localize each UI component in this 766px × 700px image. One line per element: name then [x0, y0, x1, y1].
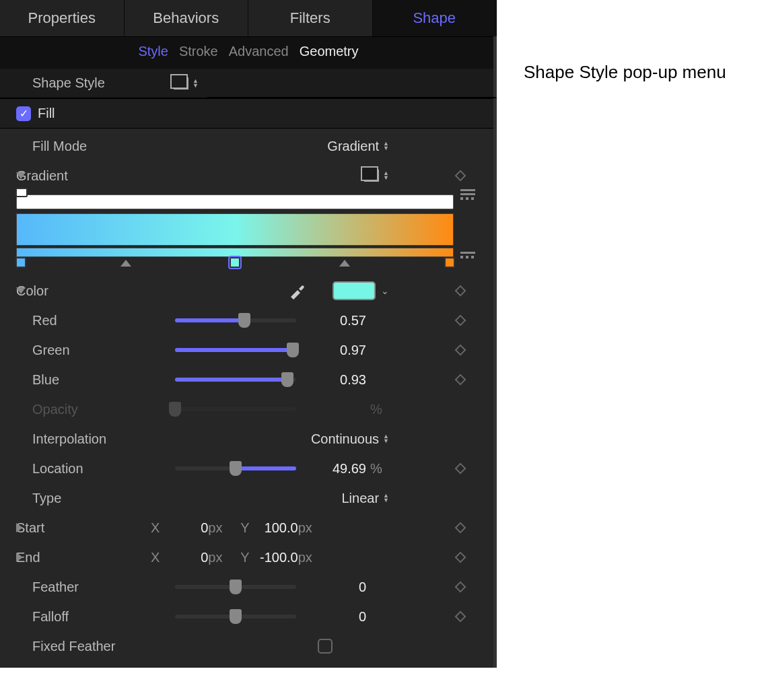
interpolation-popup[interactable]: Continuous ▲▼	[311, 431, 389, 447]
location-label: Location	[32, 461, 167, 477]
fill-title: Fill	[38, 106, 55, 121]
subtab-advanced[interactable]: Advanced	[229, 44, 289, 59]
opacity-unit: %	[370, 402, 389, 417]
type-value: Linear	[341, 491, 379, 506]
subtab-style[interactable]: Style	[138, 44, 168, 59]
tab-properties[interactable]: Properties	[0, 0, 125, 36]
opacity-stop[interactable]	[15, 188, 28, 197]
px-unit: px	[208, 550, 227, 565]
green-slider[interactable]	[175, 348, 296, 352]
feather-slider[interactable]	[175, 585, 296, 589]
end-row: End X 0 px Y -100.0 px	[0, 542, 497, 572]
disclosure-triangle-icon[interactable]	[16, 172, 26, 179]
red-slider[interactable]	[175, 318, 296, 322]
annotation-label: Shape Style pop-up menu	[497, 0, 726, 83]
chevron-down-icon[interactable]: ⌄	[381, 285, 389, 296]
fill-mode-value: Gradient	[327, 139, 379, 154]
gradient-preset-popup[interactable]: ▲▼	[364, 170, 389, 182]
color-stop[interactable]	[444, 257, 455, 268]
feather-value[interactable]: 0	[296, 580, 370, 595]
type-label: Type	[32, 491, 167, 506]
updown-icon: ▲▼	[193, 79, 199, 88]
color-stop[interactable]	[15, 257, 26, 268]
green-label: Green	[32, 343, 167, 358]
fill-section-header: ✓ Fill	[0, 98, 497, 129]
subtab-geometry[interactable]: Geometry	[300, 44, 359, 59]
tab-behaviors[interactable]: Behaviors	[125, 0, 249, 36]
type-row: Type Linear ▲▼	[0, 483, 497, 513]
tab-filters[interactable]: Filters	[248, 0, 373, 36]
inspector-tabs: Properties Behaviors Filters Shape	[0, 0, 497, 37]
updown-icon: ▲▼	[383, 493, 389, 503]
disclosure-triangle-icon[interactable]	[16, 287, 26, 294]
color-label: Color	[16, 283, 151, 299]
location-slider[interactable]	[175, 466, 296, 470]
gradient-edge-strip	[16, 248, 454, 257]
blue-value[interactable]: 0.93	[296, 372, 370, 388]
start-label: Start	[16, 520, 151, 536]
fixed-feather-checkbox[interactable]	[318, 639, 333, 654]
color-stop[interactable]	[230, 257, 240, 268]
color-row: Color ⌄	[0, 276, 497, 306]
gradient-opacity-strip[interactable]	[16, 195, 454, 209]
distribute-color-icon[interactable]	[460, 252, 475, 264]
shape-subtabs: Style Stroke Advanced Geometry	[0, 37, 497, 69]
red-value[interactable]: 0.57	[296, 313, 370, 328]
location-value[interactable]: 49.69	[296, 461, 370, 477]
y-label: Y	[240, 550, 249, 565]
feather-label: Feather	[32, 580, 167, 595]
x-label: X	[151, 520, 160, 536]
updown-icon: ▲▼	[383, 141, 389, 151]
location-unit: %	[370, 461, 389, 477]
disclosure-triangle-icon[interactable]	[16, 523, 23, 532]
gradient-row: Gradient ▲▼	[0, 161, 497, 190]
tab-shape[interactable]: Shape	[373, 0, 497, 36]
fill-mode-popup[interactable]: Gradient ▲▼	[327, 139, 389, 154]
end-label: End	[16, 550, 151, 565]
green-row: Green 0.97	[0, 335, 497, 365]
start-row: Start X 0 px Y 100.0 px	[0, 513, 497, 542]
location-row: Location 49.69 %	[0, 454, 497, 483]
blue-label: Blue	[32, 372, 167, 388]
type-popup[interactable]: Linear ▲▼	[341, 491, 389, 506]
subtab-stroke[interactable]: Stroke	[179, 44, 218, 59]
blue-row: Blue 0.93	[0, 365, 497, 394]
opacity-slider	[175, 407, 296, 411]
updown-icon: ▲▼	[383, 171, 389, 180]
gradient-stops	[16, 257, 454, 269]
falloff-slider[interactable]	[175, 615, 296, 619]
fill-mode-row: Fill Mode Gradient ▲▼	[0, 131, 497, 161]
green-value[interactable]: 0.97	[296, 343, 370, 358]
px-unit: px	[208, 520, 227, 536]
fill-mode-label: Fill Mode	[32, 139, 167, 154]
midpoint-handle[interactable]	[339, 260, 350, 267]
distribute-opacity-icon[interactable]	[460, 189, 475, 201]
start-x-value[interactable]: 0	[168, 520, 208, 536]
falloff-row: Falloff 0	[0, 602, 497, 631]
midpoint-handle[interactable]	[120, 260, 131, 267]
inspector-panel: Properties Behaviors Filters Shape Style…	[0, 0, 497, 668]
interpolation-row: Interpolation Continuous ▲▼	[0, 424, 497, 454]
interpolation-value: Continuous	[311, 431, 379, 447]
red-row: Red 0.57	[0, 306, 497, 335]
end-y-value[interactable]: -100.0	[258, 550, 298, 565]
fill-enable-checkbox[interactable]: ✓	[16, 106, 31, 121]
end-x-value[interactable]: 0	[168, 550, 208, 565]
fixed-feather-label: Fixed Feather	[32, 639, 167, 654]
falloff-label: Falloff	[32, 609, 167, 625]
eyedropper-icon[interactable]	[288, 282, 306, 300]
start-y-value[interactable]: 100.0	[258, 520, 298, 536]
color-swatch[interactable]	[333, 281, 376, 300]
px-unit: px	[298, 520, 317, 536]
fill-body: Fill Mode Gradient ▲▼ Gradient ▲▼	[0, 129, 497, 668]
blue-slider[interactable]	[175, 378, 296, 382]
falloff-value[interactable]: 0	[296, 609, 370, 625]
interpolation-label: Interpolation	[32, 431, 167, 447]
gradient-editor	[0, 190, 497, 276]
shape-style-row: Shape Style ▲▼	[0, 69, 497, 98]
shape-style-popup[interactable]: ▲▼	[174, 77, 199, 90]
gradient-color-strip[interactable]	[16, 213, 454, 246]
y-label: Y	[240, 520, 249, 536]
disclosure-triangle-icon[interactable]	[16, 553, 23, 562]
gradient-label: Gradient	[16, 168, 151, 184]
